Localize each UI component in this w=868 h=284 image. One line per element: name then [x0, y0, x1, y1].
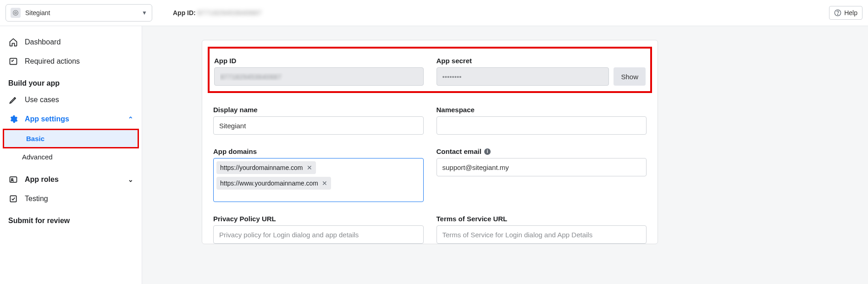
highlight-credentials: App ID App secret Show: [208, 47, 652, 93]
topbar: Sitegiant ▼ App ID: 8771829453640687 Hel…: [0, 0, 868, 26]
appid-label: App ID:: [173, 9, 196, 16]
sidebar-label: Testing: [25, 195, 48, 203]
id-card-icon: [8, 175, 18, 185]
chevron-down-icon: ▼: [142, 10, 147, 16]
domain-tag-text: https://www.yourdomainname.com: [220, 180, 318, 187]
domain-tag-text: https://yourdomainname.com: [220, 164, 303, 171]
sidebar-item-testing[interactable]: Testing: [0, 189, 142, 208]
svg-point-1: [13, 11, 18, 16]
remove-tag-icon[interactable]: ✕: [307, 164, 312, 171]
sidebar-item-use-cases[interactable]: Use cases: [0, 90, 142, 109]
app-switcher[interactable]: Sitegiant ▼: [6, 4, 152, 22]
input-tos-url[interactable]: [437, 225, 647, 244]
svg-point-3: [838, 14, 838, 15]
sidebar-label: Required actions: [25, 57, 80, 66]
sidebar-label: Advanced: [22, 153, 53, 161]
label-privacy-url: Privacy Policy URL: [213, 215, 424, 223]
input-display-name[interactable]: [213, 116, 424, 135]
help-label: Help: [844, 9, 857, 16]
label-tos-url: Terms of Service URL: [437, 215, 647, 223]
remove-tag-icon[interactable]: ✕: [322, 180, 327, 187]
app-logo-icon: [11, 8, 21, 18]
label-text: Contact email: [437, 147, 481, 155]
svg-point-0: [15, 12, 17, 14]
chevron-down-icon: ⌄: [128, 176, 133, 183]
label-app-secret: App secret: [437, 57, 646, 65]
input-namespace[interactable]: [437, 116, 647, 135]
input-app-domains[interactable]: https://yourdomainname.com✕https://www.y…: [213, 158, 424, 202]
show-secret-button[interactable]: Show: [614, 67, 646, 86]
svg-rect-4: [10, 58, 17, 64]
sidebar-subitem-basic[interactable]: Basic: [4, 130, 138, 147]
label-contact-email: Contact email i: [437, 147, 647, 155]
svg-point-6: [11, 179, 13, 180]
main-content: App ID App secret Show Display name: [142, 26, 868, 284]
svg-rect-7: [10, 196, 16, 202]
sidebar-subitem-advanced[interactable]: Advanced: [0, 148, 142, 165]
help-icon: [834, 9, 841, 16]
home-icon: [8, 37, 18, 47]
sidebar-label: Basic: [26, 135, 44, 142]
input-app-id[interactable]: [214, 67, 424, 86]
sidebar-section-submit: Submit for review: [0, 208, 142, 228]
label-display-name: Display name: [213, 106, 424, 114]
input-privacy-url[interactable]: [213, 225, 424, 244]
help-button[interactable]: Help: [829, 6, 862, 20]
sidebar-label: App settings: [25, 115, 69, 123]
input-app-secret[interactable]: [437, 67, 609, 86]
sidebar-label: Dashboard: [25, 38, 61, 46]
sidebar-item-dashboard[interactable]: Dashboard: [0, 33, 142, 52]
app-switcher-name: Sitegiant: [25, 9, 142, 16]
sidebar-section-build: Build your app: [0, 71, 142, 90]
domain-tag: https://www.yourdomainname.com✕: [216, 177, 331, 190]
sidebar-item-required-actions[interactable]: Required actions: [0, 52, 142, 71]
info-icon[interactable]: i: [484, 148, 491, 155]
gear-icon: [8, 114, 18, 124]
sidebar-item-app-settings[interactable]: App settings ⌃: [0, 109, 142, 129]
sidebar-label: Use cases: [25, 96, 59, 104]
sidebar: Dashboard Required actions Build your ap…: [0, 26, 142, 284]
label-namespace: Namespace: [437, 106, 647, 114]
settings-card: App ID App secret Show Display name: [202, 40, 658, 244]
input-contact-email[interactable]: [437, 158, 647, 176]
checklist-icon: [8, 56, 18, 66]
domain-tag: https://yourdomainname.com✕: [216, 161, 316, 174]
chevron-up-icon: ⌃: [128, 115, 133, 123]
sidebar-item-app-roles[interactable]: App roles ⌄: [0, 170, 142, 189]
label-app-id: App ID: [214, 57, 424, 65]
pencil-icon: [8, 95, 18, 105]
test-icon: [8, 194, 18, 204]
highlight-basic: Basic: [3, 129, 139, 148]
appid-value: 8771829453640687: [198, 9, 262, 16]
sidebar-label: App roles: [25, 175, 59, 184]
label-app-domains: App domains: [213, 147, 424, 155]
